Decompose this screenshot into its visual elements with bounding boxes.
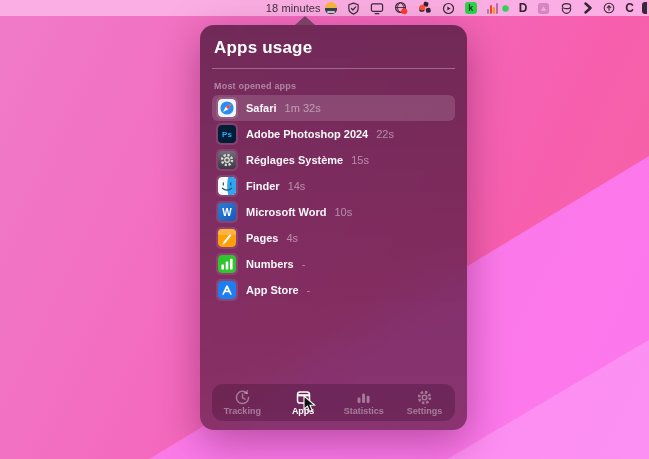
section-label: Most opened apps	[214, 81, 455, 91]
app-usage-row[interactable]: Safari1m 32s	[212, 95, 455, 121]
app-name: Safari	[246, 102, 277, 114]
tab-label: Apps	[292, 407, 315, 416]
app-usage-row[interactable]: Finder14s	[212, 173, 455, 199]
screen-dim-icon	[537, 2, 550, 15]
app-duration: 14s	[288, 180, 306, 192]
letter-d-icon: D	[519, 2, 528, 14]
divider	[212, 68, 455, 69]
apps-usage-popover: Apps usage Most opened apps Safari1m 32s…	[200, 25, 467, 430]
photoshop-icon: Ps	[218, 125, 236, 143]
app-duration: 4s	[286, 232, 298, 244]
app-icon-wrap	[216, 97, 238, 119]
app-duration: 22s	[376, 128, 394, 140]
app-name: Finder	[246, 180, 280, 192]
apps-window-icon	[295, 389, 312, 406]
menubar-app-title: 18 minutes	[266, 2, 321, 14]
tab-label: Statistics	[344, 407, 384, 416]
stack-icon	[560, 2, 573, 15]
app-icon-wrap: Ps	[216, 123, 238, 145]
menubar-chevron-item[interactable]	[578, 0, 598, 16]
app-name: Microsoft Word	[246, 206, 326, 218]
menubar-c-item[interactable]: C	[620, 0, 639, 16]
settings-gear-icon	[416, 389, 433, 406]
tab-label: Tracking	[224, 407, 261, 416]
page-title: Apps usage	[212, 38, 455, 58]
app-duration: -	[307, 284, 311, 296]
tab-bar: Tracking Apps Statistics Settings	[212, 384, 455, 421]
app-icon-wrap	[216, 279, 238, 301]
shield-check-icon	[347, 2, 360, 15]
green-dot-icon	[502, 5, 509, 12]
circle-up-icon	[603, 2, 615, 14]
app-usage-row[interactable]: PsAdobe Photoshop 202422s	[212, 121, 455, 147]
app-usage-row[interactable]: WMicrosoft Word10s	[212, 199, 455, 225]
safari-icon	[218, 99, 236, 117]
system-settings-icon	[218, 151, 236, 169]
edge-partial-icon[interactable]	[642, 2, 647, 14]
kaleidoscope-k-icon: k	[465, 2, 477, 14]
app-name: Adobe Photoshop 2024	[246, 128, 368, 140]
shapes-red-badge-icon	[418, 1, 432, 15]
display-icon	[370, 2, 384, 15]
word-icon: W	[218, 203, 236, 221]
letter-c-icon: C	[625, 2, 634, 14]
technologist-emoji-icon	[325, 2, 337, 14]
menubar-update-item[interactable]	[598, 0, 620, 16]
tab-label: Settings	[407, 407, 443, 416]
menubar-web-item[interactable]	[389, 0, 413, 16]
app-duration: -	[302, 258, 306, 270]
app-duration: 15s	[351, 154, 369, 166]
app-name: Numbers	[246, 258, 294, 270]
app-usage-row[interactable]: App Store-	[212, 277, 455, 303]
pages-icon	[218, 229, 236, 247]
app-usage-row[interactable]: Réglages Système15s	[212, 147, 455, 173]
app-icon-wrap	[216, 149, 238, 171]
web-red-badge-icon	[394, 1, 408, 15]
menubar-screen-item[interactable]	[532, 0, 555, 16]
app-icon-wrap: W	[216, 201, 238, 223]
menubar-stack-item[interactable]	[555, 0, 578, 16]
app-duration: 10s	[334, 206, 352, 218]
app-name: App Store	[246, 284, 299, 296]
app-usage-list: Safari1m 32sPsAdobe Photoshop 202422sRég…	[212, 95, 455, 303]
app-store-icon	[218, 281, 236, 299]
app-duration: 1m 32s	[285, 102, 321, 114]
menubar-stats-item[interactable]	[482, 0, 514, 16]
menubar-app-item[interactable]: 18 minutes	[261, 0, 342, 16]
numbers-icon	[218, 255, 236, 273]
app-icon-wrap	[216, 253, 238, 275]
menu-bar: 18 minutes k D C	[0, 0, 649, 16]
tab-settings[interactable]: Settings	[394, 384, 455, 421]
chevron-right-icon	[583, 2, 593, 14]
statistics-bars-icon	[355, 389, 372, 406]
app-usage-row[interactable]: Numbers-	[212, 251, 455, 277]
stats-bars-icon	[487, 3, 498, 14]
tab-tracking[interactable]: Tracking	[212, 384, 273, 421]
app-icon-wrap	[216, 175, 238, 197]
tab-apps[interactable]: Apps	[273, 384, 334, 421]
app-name: Réglages Système	[246, 154, 343, 166]
app-icon-wrap	[216, 227, 238, 249]
tracking-clock-icon	[234, 389, 251, 406]
app-name: Pages	[246, 232, 278, 244]
menubar-shield-item[interactable]	[342, 0, 365, 16]
menubar-d-item[interactable]: D	[514, 0, 533, 16]
play-circle-icon	[442, 2, 455, 15]
menubar-play-item[interactable]	[437, 0, 460, 16]
menubar-kaleidoscope-item[interactable]: k	[460, 0, 482, 16]
finder-icon	[218, 177, 236, 195]
tab-statistics[interactable]: Statistics	[334, 384, 395, 421]
menubar-display-item[interactable]	[365, 0, 389, 16]
menubar-shapes-item[interactable]	[413, 0, 437, 16]
app-usage-row[interactable]: Pages4s	[212, 225, 455, 251]
